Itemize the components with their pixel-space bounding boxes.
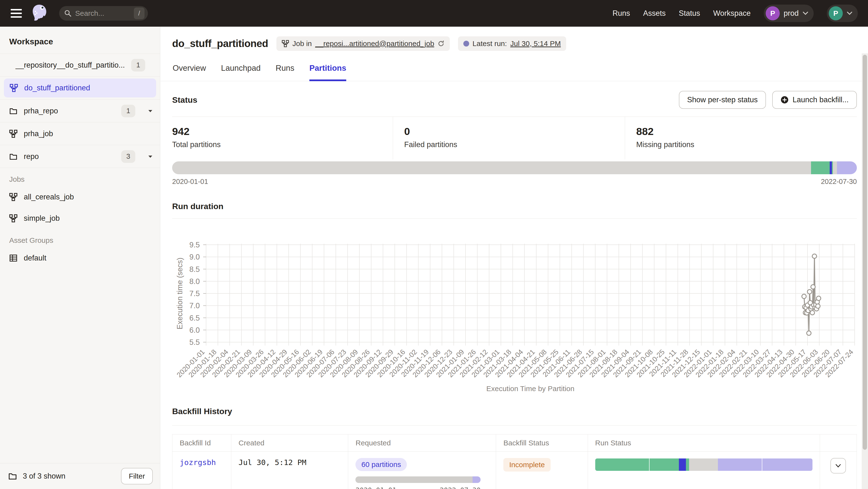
launch-backfill-button[interactable]: Launch backfill... [772,91,857,109]
asset-group-icon [9,254,18,262]
svg-text:Execution Time by Partition: Execution Time by Partition [486,385,575,393]
partition-status-bar[interactable] [172,161,857,174]
expand-row-button[interactable] [830,458,846,474]
svg-text:6.5: 6.5 [189,314,200,322]
job-origin-prefix: Job in [292,39,312,48]
job-label: simple_job [24,214,60,223]
sidebar-footer: 3 of 3 shown Filter [0,463,160,489]
svg-text:8.5: 8.5 [189,265,200,273]
nav-link-workspace[interactable]: Workspace [713,9,751,18]
run-status-dot [463,41,469,46]
svg-text:6.0: 6.0 [189,326,200,334]
job-icon [282,40,289,47]
job-label: prha_job [24,129,53,138]
stat-total-partitions: 942 Total partitions [172,117,393,159]
search-shortcut-key: / [134,7,145,19]
requested-progress-bar [355,477,480,483]
user-menu[interactable]: P [827,5,858,22]
repo-label: __repository__do_stuff_partitio... [16,61,125,70]
svg-text:9.5: 9.5 [189,240,200,249]
partition-range-end: 2022-07-30 [821,177,857,186]
refresh-icon[interactable] [438,40,444,47]
latest-run-link[interactable]: Jul 30, 5:14 PM [510,39,561,48]
chevron-down-icon [835,463,841,468]
nav-link-assets[interactable]: Assets [643,9,666,18]
folder-icon [9,153,18,161]
menu-icon[interactable] [11,9,22,18]
caret-down-icon[interactable] [148,109,153,112]
chevron-down-icon [847,11,852,15]
sidebar-item-default-asset-group[interactable]: default [0,248,160,269]
stat-label: Failed partitions [404,140,625,149]
run-duration-heading: Run duration [172,202,857,211]
page-scrollbar[interactable] [862,53,868,489]
search-input[interactable] [75,9,134,18]
latest-run-tag: Latest run: Jul 30, 5:14 PM [458,36,566,51]
search-icon [64,9,72,17]
backfill-created: Jul 30, 5:12 PM [239,458,307,467]
deployment-switcher[interactable]: P prod [764,5,814,22]
sidebar-title: Workspace [0,27,160,54]
repo-count-badge: 1 [131,59,145,71]
sidebar-repo-repository-do-stuff[interactable]: __repository__do_stuff_partitio... 1 [0,54,160,76]
sidebar-repo-prha-repo[interactable]: prha_repo 1 [0,100,160,122]
backfill-id-link[interactable]: jozrgsbh [180,458,216,467]
repo-label: prha_repo [24,107,58,115]
stat-label: Missing partitions [636,140,857,149]
partition-stats: 942 Total partitions 0 Failed partitions… [172,117,857,159]
tab-partitions[interactable]: Partitions [309,64,346,81]
partition-range-start: 2020-01-01 [172,177,208,186]
sidebar-repo-repo[interactable]: repo 3 [0,145,160,168]
stat-missing-partitions: 882 Missing partitions [625,117,857,159]
svg-text:8.0: 8.0 [189,277,200,286]
global-search[interactable]: / [59,6,148,21]
job-tabs: Overview Launchpad Runs Partitions [172,64,857,81]
folder-icon [8,472,17,481]
svg-text:7.0: 7.0 [189,301,200,310]
sidebar-item-do-stuff-partitioned[interactable]: do_stuff_partitioned [4,78,156,97]
table-row: jozrgsbh Jul 30, 5:12 PM 60 partitions 2… [173,452,857,489]
folder-icon [9,107,18,115]
backfill-history-table: Backfill Id Created Requested Backfill S… [172,434,857,489]
run-duration-chart: 2020-01-012020-01-182020-02-042020-02-21… [172,223,857,395]
requested-range-end: 2022-07-30 [440,486,481,489]
deployment-name: prod [784,9,799,18]
requested-partitions-chip[interactable]: 60 partitions [355,458,407,471]
repo-shown-count: 3 of 3 shown [23,472,65,481]
page-title: do_stuff_partitioned [172,38,268,50]
stat-value: 942 [172,126,393,137]
repo-label: repo [24,152,39,161]
sidebar-item-all-cereals-job[interactable]: all_cereals_job [0,186,160,208]
main-content: do_stuff_partitioned Job in __reposi...a… [160,27,868,489]
job-icon [10,84,18,92]
filter-button[interactable]: Filter [121,468,153,484]
nav-link-runs[interactable]: Runs [613,9,630,18]
svg-text:5.5: 5.5 [189,338,200,347]
svg-text:Execution time (secs): Execution time (secs) [176,258,184,329]
scrollbar-thumb[interactable] [863,55,867,450]
latest-run-label: Latest run: [472,39,507,48]
sidebar-section-jobs: Jobs [0,168,160,186]
svg-text:9.0: 9.0 [189,253,200,261]
backfill-status-badge: Incomplete [503,458,551,471]
run-status-bar[interactable] [595,458,812,471]
job-icon [9,214,18,223]
job-origin-link[interactable]: __reposi...artitioned@partitioned_job [315,39,434,48]
backfill-history-heading: Backfill History [172,406,857,416]
caret-down-icon[interactable] [148,155,153,158]
sidebar-item-prha-job[interactable]: prha_job [0,122,160,145]
tab-runs[interactable]: Runs [276,64,294,81]
dagster-logo-icon[interactable] [31,4,49,23]
plus-circle-icon [780,96,789,104]
job-icon [9,130,18,138]
tab-launchpad[interactable]: Launchpad [221,64,261,81]
nav-link-status[interactable]: Status [679,9,700,18]
tab-overview[interactable]: Overview [173,64,206,81]
sidebar-item-simple-job[interactable]: simple_job [0,208,160,229]
stat-label: Total partitions [172,140,393,149]
repo-count-badge: 3 [121,150,135,163]
svg-text:7.5: 7.5 [189,289,200,298]
show-per-step-status-button[interactable]: Show per-step status [679,91,766,109]
col-run-status: Run Status [588,434,820,452]
stat-value: 0 [404,126,625,137]
